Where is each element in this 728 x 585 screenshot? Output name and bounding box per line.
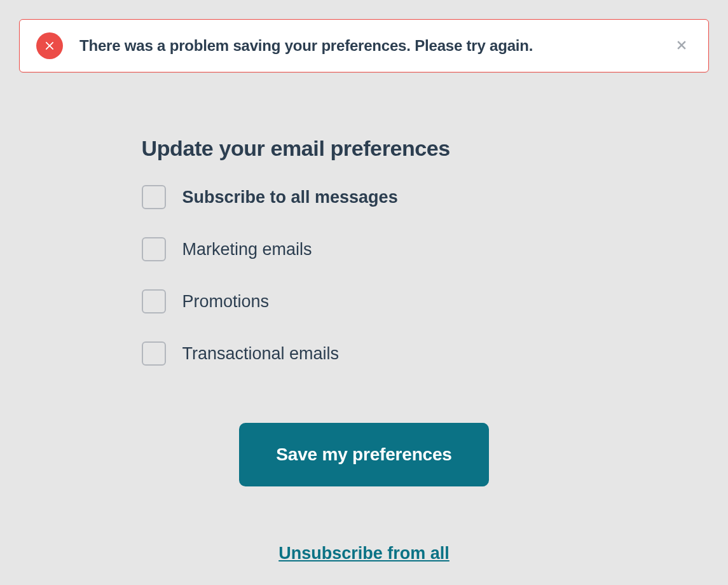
option-promotions[interactable]: Promotions — [142, 289, 587, 313]
alert-close-button[interactable] — [671, 35, 692, 57]
save-preferences-button[interactable]: Save my preferences — [239, 423, 488, 486]
checkbox-marketing[interactable] — [142, 237, 166, 261]
option-label: Subscribe to all messages — [182, 188, 398, 207]
option-label: Marketing emails — [182, 240, 312, 259]
error-icon — [36, 32, 63, 59]
error-alert: There was a problem saving your preferen… — [19, 19, 709, 72]
option-label: Promotions — [182, 292, 270, 312]
preference-options: Subscribe to all messages Marketing emai… — [142, 185, 587, 366]
checkbox-subscribe-all[interactable] — [142, 185, 166, 209]
option-transactional[interactable]: Transactional emails — [142, 341, 587, 366]
preferences-panel: Update your email preferences Subscribe … — [142, 136, 587, 563]
option-label: Transactional emails — [182, 344, 340, 364]
page-title: Update your email preferences — [142, 136, 587, 161]
option-subscribe-all[interactable]: Subscribe to all messages — [142, 185, 587, 209]
option-marketing[interactable]: Marketing emails — [142, 237, 587, 261]
alert-message: There was a problem saving your preferen… — [79, 37, 659, 55]
close-icon — [675, 39, 688, 53]
checkbox-transactional[interactable] — [142, 341, 166, 366]
unsubscribe-all-link[interactable]: Unsubscribe from all — [278, 544, 450, 563]
checkbox-promotions[interactable] — [142, 289, 166, 313]
actions: Save my preferences Unsubscribe from all — [142, 423, 587, 563]
